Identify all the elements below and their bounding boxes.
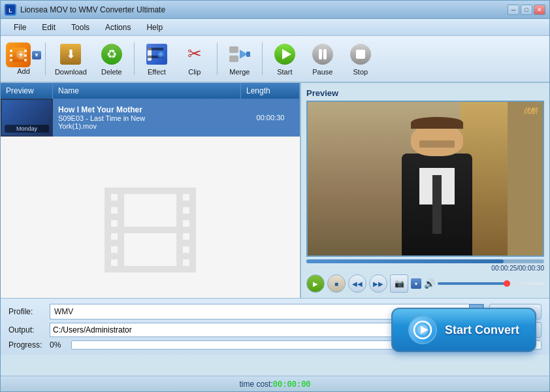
time-cost-label: time cost:	[239, 380, 272, 389]
time-current: 00:00:25	[491, 265, 517, 272]
download-label: Download	[55, 68, 87, 76]
start-icon	[272, 42, 297, 67]
vc-stop-button[interactable]: ■	[327, 274, 346, 293]
add-button-group[interactable]: + ▼ Add	[6, 39, 41, 79]
app-icon: L	[5, 4, 16, 16]
delete-label: Delete	[101, 68, 122, 76]
svg-rect-6	[10, 59, 12, 61]
vc-forward-button[interactable]: ▶▶	[369, 274, 387, 293]
merge-label: Merge	[229, 68, 250, 76]
output-label: Output:	[8, 325, 44, 335]
minimize-button[interactable]: ─	[508, 5, 519, 15]
stop-label: Stop	[353, 68, 368, 76]
svg-text:⬇: ⬇	[66, 48, 76, 61]
app-title: Lionsea MOV to WMV Converter Ultimate	[20, 5, 508, 14]
svg-rect-4	[10, 50, 12, 52]
menu-help[interactable]: Help	[138, 21, 170, 34]
pause-button[interactable]: Pause	[304, 39, 341, 79]
status-bar: time cost: 00:00:00	[1, 376, 549, 391]
progress-value: 0%	[50, 340, 61, 350]
vc-play-button[interactable]: ▶	[306, 274, 325, 293]
maximize-button[interactable]: □	[521, 5, 532, 15]
svg-rect-30	[319, 49, 322, 59]
vc-volume-icon: 🔊	[424, 278, 435, 289]
time-cost-value: 00:00:00	[273, 380, 311, 389]
header-preview: Preview	[1, 83, 53, 99]
menu-tools[interactable]: Tools	[63, 21, 97, 34]
menu-bar: File Edit Tools Actions Help	[1, 19, 549, 36]
list-header: Preview Name Length	[1, 83, 300, 99]
window-controls: ─ □ ✕	[508, 5, 545, 15]
merge-button[interactable]: Merge	[221, 39, 258, 79]
start-label: Start	[277, 68, 292, 76]
vc-rewind-button[interactable]: ◀◀	[348, 274, 366, 293]
film-thumb-image: Monday	[2, 100, 52, 135]
header-length: Length	[241, 83, 300, 99]
file-info: How I Met Your Mother S09E03 - Last Time…	[53, 103, 241, 133]
file-length: 00:00:30	[241, 114, 300, 122]
toolbar: + ▼ Add	[1, 36, 549, 83]
start-convert-icon	[408, 316, 437, 344]
effect-button[interactable]: Effect	[138, 39, 175, 79]
file-name-3: York(1).mov	[58, 122, 236, 130]
file-list-pane: Preview Name Length Monday How I Met You…	[1, 83, 301, 298]
time-total: 00:00:30	[519, 265, 544, 272]
video-controls-row: ▶ ■ ◀◀ ▶▶ 📷 ▼ 🔊	[306, 274, 544, 293]
vc-screenshot-button[interactable]: 📷	[390, 274, 408, 293]
menu-file[interactable]: File	[6, 21, 34, 34]
vc-dropdown-button[interactable]: ▼	[411, 278, 421, 289]
stop-button[interactable]: Stop	[342, 39, 379, 79]
file-thumbnail: Monday	[1, 99, 53, 137]
clip-button[interactable]: ✂ Clip	[176, 39, 213, 79]
svg-rect-7	[24, 50, 27, 52]
video-progress-row: 00:00:25/00:00:30	[306, 259, 544, 272]
svg-rect-19	[148, 48, 163, 50]
video-progress-fill	[306, 259, 504, 263]
empty-list-area: 🎞	[1, 137, 300, 298]
clip-label: Clip	[188, 68, 201, 76]
video-screen: 优酷	[306, 101, 544, 257]
delete-button[interactable]: ♻ Delete	[93, 39, 130, 79]
volume-fill	[438, 282, 510, 285]
add-label: Add	[17, 67, 30, 75]
download-icon: ⬇	[58, 42, 83, 67]
volume-slider[interactable]	[438, 282, 544, 285]
svg-rect-9	[24, 59, 27, 61]
effect-icon	[144, 42, 169, 67]
svg-rect-31	[323, 49, 327, 59]
start-button[interactable]: Start	[267, 39, 303, 79]
download-button[interactable]: ⬇ Download	[50, 39, 92, 79]
delete-icon: ♻	[99, 42, 124, 67]
add-dropdown-arrow[interactable]: ▼	[32, 51, 41, 59]
thumb-label: Monday	[5, 125, 49, 133]
stop-icon	[348, 42, 373, 67]
preview-pane: Preview	[301, 83, 549, 298]
start-convert-area: Start Convert	[391, 308, 536, 352]
file-item[interactable]: Monday How I Met Your Mother S09E03 - La…	[1, 99, 300, 137]
toolbar-sep-4	[262, 42, 263, 75]
toolbar-sep-2	[134, 42, 135, 75]
svg-text:L: L	[8, 7, 12, 14]
effect-label: Effect	[148, 68, 166, 76]
menu-actions[interactable]: Actions	[97, 21, 138, 34]
file-name-2: S09E03 - Last Time in New	[58, 114, 236, 122]
file-name-1: How I Met Your Mother	[58, 105, 236, 114]
svg-text:✂: ✂	[187, 44, 202, 63]
preview-label: Preview	[306, 88, 544, 98]
pause-icon	[310, 42, 335, 67]
menu-edit[interactable]: Edit	[34, 21, 63, 34]
svg-rect-5	[10, 54, 12, 57]
toolbar-sep-1	[45, 42, 46, 75]
start-convert-label: Start Convert	[445, 323, 519, 337]
start-convert-button[interactable]: Start Convert	[391, 308, 536, 352]
add-icon: +	[6, 42, 31, 67]
main-content: Preview Name Length Monday How I Met You…	[1, 83, 549, 299]
svg-rect-33	[356, 50, 365, 59]
close-button[interactable]: ✕	[534, 5, 545, 15]
clip-icon: ✂	[182, 42, 207, 67]
svg-rect-26	[246, 52, 250, 57]
time-display: 00:00:25/00:00:30	[306, 265, 544, 272]
svg-text:+: +	[18, 50, 23, 59]
svg-text:♻: ♻	[106, 48, 117, 61]
video-progress-bar[interactable]	[306, 259, 544, 263]
